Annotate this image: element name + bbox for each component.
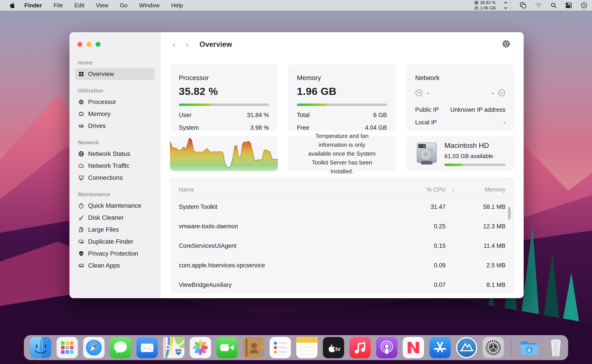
sidebar-item-label: Processor [88,98,116,105]
table-row[interactable]: CoreServicesUIAgent 0.15 11.4 MB [179,236,506,256]
display-icon [78,175,85,181]
disk-available: 61.03 GB available [445,153,506,160]
menu-edit[interactable]: Edit [74,2,84,9]
minimize-button[interactable] [86,42,91,47]
menu-help[interactable]: Help [171,2,183,9]
local-ip-row: Local IP- [415,119,506,126]
disk-progress-bar [445,164,506,166]
table-row[interactable]: System Toolkit 31.47 58.1 MB [179,197,506,217]
sidebar-item-label: Connections [88,174,123,181]
table-scrollbar-thumb[interactable] [508,207,511,220]
sidebar-item-privacy-protection[interactable]: Privacy Protection [75,248,155,260]
system-toolkit-window: Home Overview Utilization Processor [69,32,524,298]
shield-check-icon [78,250,85,257]
dock-music-icon[interactable] [349,337,371,358]
sidebar-item-network-status[interactable]: Network Status [75,148,155,160]
page-title: Overview [200,40,232,49]
sort-chevron-down-icon[interactable]: ⌄ [446,187,461,192]
dock: 280 [24,335,568,360]
menu-go[interactable]: Go [120,2,128,9]
screen-mirroring-icon[interactable] [519,1,527,9]
cpu-chip-icon [474,0,479,5]
disk-name: Macintosh HD [445,141,506,150]
content-header: ‹ › Overview [160,32,524,57]
menu-view[interactable]: View [96,2,108,9]
sidebar-item-clean-apps[interactable]: Clean Apps [75,260,155,272]
table-row[interactable]: vmware-tools-daemon 0.25 12.3 MB [179,217,506,236]
column-header-name[interactable]: Name [179,186,406,193]
menu-file[interactable]: File [53,2,63,9]
column-header-cpu[interactable]: % CPU [406,186,446,193]
sidebar-item-label: Clean Apps [88,262,120,269]
table-row[interactable]: distnoted 0.06 2.2 MB [179,295,506,298]
svg-text:tv: tv [335,346,341,352]
processor-progress-bar [179,104,269,106]
sidebar-item-large-files[interactable]: Large Files [75,224,155,236]
dock-news-icon[interactable] [403,337,424,358]
apple-menu-icon[interactable] [10,2,15,9]
temperature-notice-card: Temperature and fan information is only … [288,136,396,171]
process-table-header: Name % CPU ⌄ Memory [179,183,506,196]
dock-podcasts-icon[interactable] [376,337,397,358]
dock-mail-icon[interactable] [136,337,158,358]
menubar-download-value: - [510,6,511,10]
sidebar-item-label: Network Status [88,150,130,157]
download-circle-icon [498,89,506,97]
sidebar-item-disk-cleaner[interactable]: Disk Cleaner [75,212,155,224]
stopwatch-icon [78,202,85,209]
dock-maps-icon[interactable]: 280 [163,337,184,358]
table-row[interactable]: com.apple.hiservices-xpcservice 0.09 2.5… [179,256,506,275]
close-button[interactable] [77,42,82,47]
dock-launchpad-icon[interactable] [57,337,78,358]
sidebar-item-drives[interactable]: Drives [75,120,155,132]
download-chevron-icon [504,6,508,10]
column-header-memory[interactable]: Memory [461,186,506,193]
settings-gear-icon[interactable] [501,39,511,50]
menubar-app-name[interactable]: Finder [24,2,42,9]
desktop: Finder File Edit View Go Window Help 35.… [0,0,592,364]
menu-window[interactable]: Window [139,2,160,9]
sidebar-item-memory[interactable]: Memory [75,108,155,120]
menu-bar: Finder File Edit View Go Window Help 35.… [0,0,592,11]
dock-app-store-icon[interactable] [429,337,451,358]
table-row[interactable]: ViewBridgeAuxiliary 0.07 8.1 MB [179,275,506,295]
dock-notes-icon[interactable] [296,337,318,358]
spotlight-search-icon[interactable] [550,2,557,9]
globe-icon [78,150,85,157]
temperature-notice-text: Temperature and fan information is only … [308,131,376,176]
menubar-system-meters[interactable]: 35.82 % 1.96 GB [474,0,496,10]
sidebar-item-network-traffic[interactable]: Network Traffic [75,160,155,172]
dock-contacts-icon[interactable] [243,337,264,358]
dock-system-toolkit-icon[interactable] [456,337,477,358]
menubar-network-meters[interactable]: - - [504,0,511,10]
clock-icon[interactable] [580,2,588,9]
back-button[interactable]: ‹ [171,39,177,49]
sidebar-item-duplicate-finder[interactable]: Duplicate Finder [75,236,155,248]
sidebar-item-processor[interactable]: Processor [75,96,155,108]
dock-messages-icon[interactable] [110,337,131,358]
forward-button[interactable]: › [184,39,191,49]
sidebar-item-quick-maintenance[interactable]: Quick Maintenance [75,200,155,212]
sidebar-item-overview[interactable]: Overview [75,68,155,80]
memory-usage-value: 1.96 GB [297,85,387,97]
sidebar-section-home: Home [78,60,155,66]
dock-tv-icon[interactable]: tv [323,337,344,358]
window-controls [77,42,155,47]
dock-downloads-folder-icon[interactable] [519,337,540,358]
control-center-icon[interactable] [565,2,572,9]
zoom-button[interactable] [96,42,100,47]
sidebar-item-label: Network Traffic [88,162,129,169]
sidebar: Home Overview Utilization Processor [69,32,160,298]
memory-free-row: Free4.04 GB [297,124,387,131]
sidebar-item-connections[interactable]: Connections [75,172,155,184]
dock-photos-icon[interactable] [190,337,211,358]
cpu-history-chart-card [170,136,278,171]
dock-trash-icon[interactable] [545,337,566,358]
dock-reminders-icon[interactable] [270,337,291,358]
dock-facetime-icon[interactable] [216,337,238,358]
wifi-icon[interactable] [535,2,542,8]
dock-system-preferences-icon[interactable] [483,337,504,358]
cloud-icon [78,162,85,169]
dock-safari-icon[interactable] [83,337,105,358]
dock-finder-icon[interactable] [30,337,51,358]
